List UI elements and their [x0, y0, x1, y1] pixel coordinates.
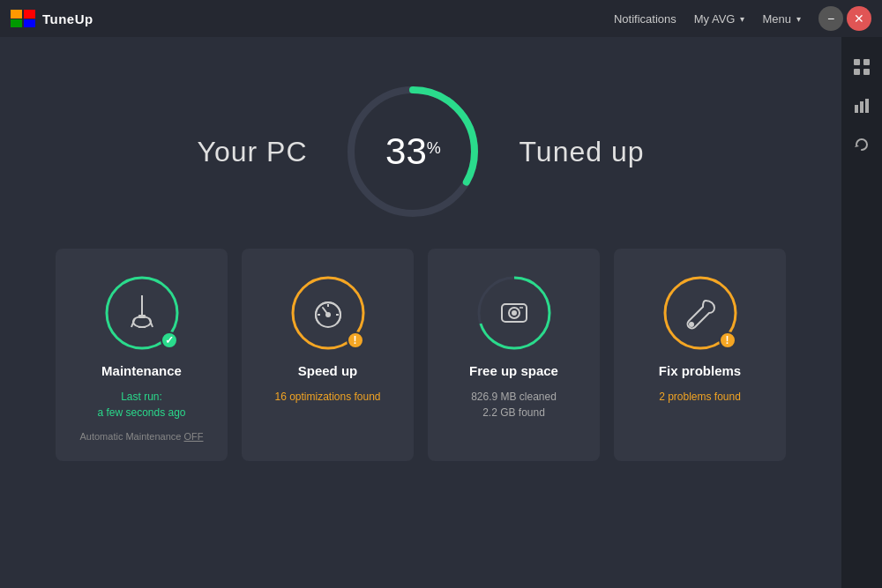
main-content: Your PC 33% Tuned up [0, 37, 841, 588]
right-sidebar [841, 37, 882, 588]
menu-chevron-icon: ▾ [796, 14, 801, 24]
speed-up-title: Speed up [298, 363, 358, 378]
fix-problems-subtitle: 2 problems found [659, 389, 741, 405]
window-controls: − ✕ [818, 6, 871, 31]
speed-up-subtitle: 16 optimizations found [274, 389, 380, 405]
fix-problems-title: Fix problems [659, 363, 741, 378]
app-title: TuneUp [42, 11, 93, 26]
my-avg-button[interactable]: My AVG ▾ [694, 12, 745, 26]
svg-rect-0 [11, 10, 22, 19]
hero-section: Your PC 33% Tuned up [197, 81, 644, 222]
wrench-icon [681, 294, 720, 332]
progress-circle: 33% [342, 81, 483, 222]
fix-problems-badge: ! [719, 331, 736, 349]
svg-rect-2 [11, 19, 22, 27]
app-branding: TuneUp [11, 10, 93, 27]
titlebar-right: Notifications My AVG ▾ Menu ▾ − ✕ [614, 6, 871, 31]
sidebar-refresh-icon[interactable] [846, 129, 878, 160]
svg-rect-10 [865, 99, 869, 113]
close-button[interactable]: ✕ [847, 6, 871, 31]
svg-rect-21 [138, 315, 146, 318]
svg-rect-1 [24, 10, 35, 19]
free-space-icon-ring [475, 273, 554, 353]
notifications-button[interactable]: Notifications [614, 12, 676, 26]
cards-section: ✓ Maintenance Last run: a few seconds ag… [0, 249, 841, 461]
maintenance-icon-ring: ✓ [102, 273, 182, 353]
menu-button[interactable]: Menu ▾ [762, 12, 801, 26]
hero-right-label: Tuned up [519, 136, 644, 168]
sidebar-chart-icon[interactable] [846, 90, 878, 122]
free-space-card[interactable]: Free up space 826.9 MB cleaned 2.2 GB fo… [428, 249, 600, 461]
hero-left-label: Your PC [197, 136, 307, 168]
speed-up-badge: ! [347, 331, 364, 349]
titlebar-nav: Notifications My AVG ▾ Menu ▾ [614, 12, 801, 26]
fix-problems-icon-ring: ! [661, 273, 740, 353]
svg-rect-5 [863, 59, 870, 65]
maintenance-meta: Automatic Maintenance OFF [79, 431, 203, 442]
maintenance-badge: ✓ [161, 331, 178, 349]
svg-rect-7 [863, 69, 870, 75]
progress-value: 33% [385, 133, 441, 170]
minimize-button[interactable]: − [818, 6, 843, 31]
svg-point-39 [690, 323, 693, 326]
svg-rect-4 [854, 59, 860, 65]
speed-up-icon-ring: ! [288, 273, 368, 353]
free-space-title: Free up space [469, 363, 558, 378]
speed-gauge-icon [309, 294, 348, 332]
my-avg-chevron-icon: ▾ [740, 14, 744, 24]
avg-logo-icon [11, 10, 35, 27]
titlebar: TuneUp Notifications My AVG ▾ Menu ▾ − ✕ [0, 0, 882, 37]
sidebar-grid-icon[interactable] [846, 51, 878, 83]
maintenance-title: Maintenance [101, 363, 182, 378]
hard-drive-icon [495, 294, 534, 332]
maintenance-broom-icon [123, 294, 161, 332]
maintenance-subtitle: Last run: a few seconds ago [97, 389, 185, 421]
free-space-subtitle: 826.9 MB cleaned 2.2 GB found [471, 389, 557, 421]
svg-rect-6 [854, 69, 860, 75]
svg-point-35 [512, 311, 516, 315]
svg-rect-8 [855, 105, 858, 113]
maintenance-card[interactable]: ✓ Maintenance Last run: a few seconds ag… [56, 249, 228, 461]
svg-rect-3 [24, 19, 35, 27]
speed-up-card[interactable]: ! Speed up 16 optimizations found [242, 249, 414, 461]
svg-point-27 [326, 313, 330, 316]
svg-rect-9 [860, 101, 863, 113]
fix-problems-card[interactable]: ! Fix problems 2 problems found [614, 249, 786, 461]
